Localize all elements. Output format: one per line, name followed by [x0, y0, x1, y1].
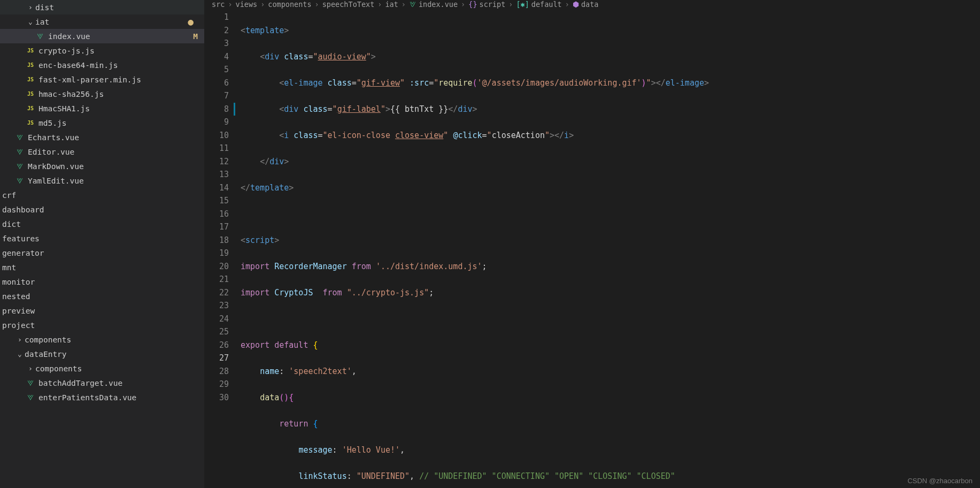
chevron-right-icon: › — [26, 364, 35, 372]
line-number[interactable]: 6 — [204, 77, 229, 90]
line-number[interactable]: 22 — [204, 286, 229, 300]
vue-file-icon: ⩔ — [15, 162, 25, 171]
line-number[interactable]: 17 — [204, 220, 229, 234]
line-number[interactable]: 16 — [204, 208, 229, 221]
tree-item-enterpatientsdata-vue[interactable]: ⩔enterPatientsData.vue — [0, 390, 204, 405]
tree-item-components[interactable]: ›components — [0, 361, 204, 376]
chevron-right-icon: › — [26, 3, 35, 11]
tree-item-mnt[interactable]: mnt — [0, 260, 204, 274]
tree-item-crf[interactable]: crf — [0, 188, 204, 202]
module-icon: [✱] — [516, 0, 529, 9]
file-explorer-sidebar[interactable]: ›dist⌄iat●⩔index.vueMJScrypto-js.jsJSenc… — [0, 0, 204, 488]
tree-item-editor-vue[interactable]: ⩔Editor.vue — [0, 144, 204, 159]
tree-item-project[interactable]: project — [0, 318, 204, 332]
tree-item-label: monitor — [2, 278, 35, 286]
tree-item-hmacsha1-js[interactable]: JSHmacSHA1.js — [0, 101, 204, 116]
line-number[interactable]: 24 — [204, 312, 229, 326]
line-number[interactable]: 1 — [204, 11, 229, 24]
chevron-right-icon: › — [402, 0, 406, 9]
line-number[interactable]: 20 — [204, 260, 229, 273]
breadcrumb-iat[interactable]: iat — [385, 0, 398, 9]
tree-item-iat[interactable]: ⌄iat● — [0, 14, 204, 29]
line-number[interactable]: 29 — [204, 378, 229, 391]
tree-item-fast-xml-parser-min-js[interactable]: JSfast-xml-parser.min.js — [0, 72, 204, 87]
tree-item-label: enterPatientsData.vue — [38, 393, 136, 402]
tree-item-hmac-sha256-js[interactable]: JShmac-sha256.js — [0, 87, 204, 101]
tree-item-label: dashboard — [2, 205, 44, 214]
line-number[interactable]: 9 — [204, 116, 229, 129]
line-number[interactable]: 3 — [204, 37, 229, 50]
chevron-right-icon: › — [15, 336, 25, 344]
vue-file-icon: ⩔ — [15, 147, 25, 157]
line-number[interactable]: 21 — [204, 273, 229, 286]
line-number[interactable]: 30 — [204, 391, 229, 405]
tree-item-label: features — [2, 234, 40, 243]
breadcrumb-views[interactable]: views — [236, 0, 258, 9]
tree-item-crypto-js-js[interactable]: JScrypto-js.js — [0, 43, 204, 58]
tree-item-nested[interactable]: nested — [0, 289, 204, 303]
breadcrumb-data[interactable]: ⬢ data — [573, 0, 599, 9]
breadcrumb-speechtotext[interactable]: speechToText — [322, 0, 375, 9]
js-file-icon: JS — [26, 60, 35, 70]
line-number[interactable]: 26 — [204, 339, 229, 352]
tree-item-batchaddtarget-vue[interactable]: ⩔batchAddTarget.vue — [0, 376, 204, 390]
tree-item-md5-js[interactable]: JSmd5.js — [0, 116, 204, 130]
line-number[interactable]: 4 — [204, 50, 229, 64]
tree-item-dashboard[interactable]: dashboard — [0, 202, 204, 217]
line-number[interactable]: 8 — [204, 103, 229, 116]
line-number[interactable]: 2 — [204, 24, 229, 37]
line-number[interactable]: 23 — [204, 299, 229, 312]
breadcrumb[interactable]: src › views › components › speechToText … — [204, 0, 980, 9]
line-number[interactable]: 27 — [204, 352, 229, 365]
tree-item-preview[interactable]: preview — [0, 303, 204, 318]
breadcrumb-indexvue[interactable]: ⩔ index.vue — [409, 0, 458, 9]
line-number[interactable]: 13 — [204, 168, 229, 181]
js-file-icon: JS — [26, 118, 35, 128]
line-number[interactable]: 15 — [204, 194, 229, 208]
breadcrumb-script[interactable]: {} script — [468, 0, 505, 9]
tree-item-label: Editor.vue — [28, 148, 74, 156]
line-number[interactable]: 10 — [204, 129, 229, 142]
js-file-icon: JS — [26, 89, 35, 99]
code-content[interactable]: <template> <div class="audio-view"> <el-… — [241, 9, 980, 488]
line-number[interactable]: 19 — [204, 247, 229, 260]
breadcrumb-components[interactable]: components — [268, 0, 311, 9]
breadcrumb-default[interactable]: [✱] default — [516, 0, 561, 9]
line-number[interactable]: 18 — [204, 234, 229, 247]
tree-item-generator[interactable]: generator — [0, 246, 204, 260]
braces-icon: {} — [468, 0, 477, 9]
tree-item-dict[interactable]: dict — [0, 217, 204, 231]
tree-item-label: md5.js — [38, 119, 66, 127]
tree-item-index-vue[interactable]: ⩔index.vueM — [0, 29, 204, 43]
line-number[interactable]: 5 — [204, 63, 229, 77]
tree-item-yamledit-vue[interactable]: ⩔YamlEdit.vue — [0, 173, 204, 188]
tree-item-components[interactable]: ›components — [0, 332, 204, 347]
chevron-right-icon: › — [565, 0, 569, 9]
line-gutter[interactable]: 1234567891011121314151617181920212223242… — [204, 9, 241, 488]
tree-item-markdown-vue[interactable]: ⩔MarkDown.vue — [0, 159, 204, 173]
line-number[interactable]: 28 — [204, 365, 229, 378]
editor-body[interactable]: 1234567891011121314151617181920212223242… — [204, 9, 980, 488]
tree-item-monitor[interactable]: monitor — [0, 274, 204, 289]
tree-item-features[interactable]: features — [0, 231, 204, 246]
tree-item-label: YamlEdit.vue — [28, 177, 84, 185]
tree-item-label: index.vue — [48, 32, 90, 41]
chevron-down-icon: ⌄ — [15, 350, 25, 358]
unsaved-dot-icon: ● — [188, 16, 194, 27]
tree-item-label: mnt — [2, 263, 16, 272]
line-number[interactable]: 12 — [204, 155, 229, 169]
cube-icon: ⬢ — [573, 0, 579, 9]
line-number[interactable]: 14 — [204, 181, 229, 195]
tree-item-echarts-vue[interactable]: ⩔Echarts.vue — [0, 130, 204, 144]
line-number[interactable]: 25 — [204, 325, 229, 339]
line-number[interactable]: 7 — [204, 89, 229, 103]
tree-item-enc-base64-min-js[interactable]: JSenc-base64-min.js — [0, 58, 204, 72]
vue-file-icon: ⩔ — [15, 176, 25, 186]
tree-item-dist[interactable]: ›dist — [0, 0, 204, 14]
breadcrumb-src[interactable]: src — [212, 0, 225, 9]
line-number[interactable]: 11 — [204, 142, 229, 155]
tree-item-label: dist — [35, 3, 54, 12]
minimap[interactable] — [968, 15, 980, 488]
tree-item-label: HmacSHA1.js — [38, 104, 90, 113]
tree-item-dataentry[interactable]: ⌄dataEntry — [0, 347, 204, 361]
